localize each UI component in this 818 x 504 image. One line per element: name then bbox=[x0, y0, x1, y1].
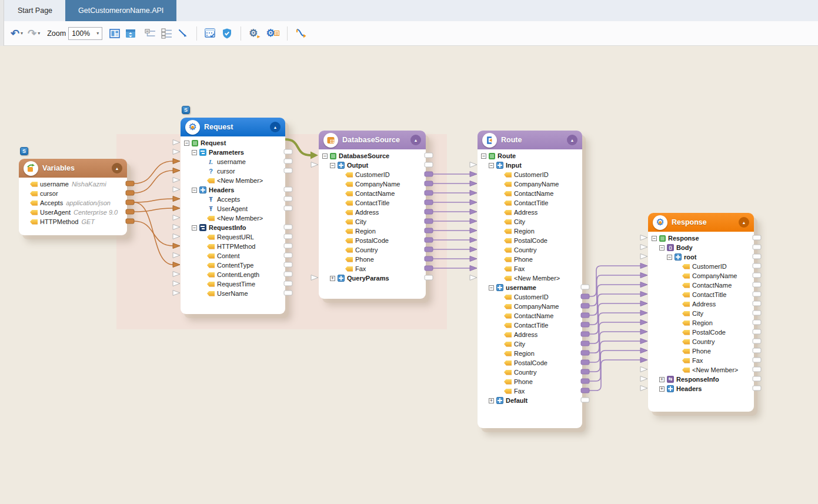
node-requesttime[interactable]: RequestTime bbox=[181, 279, 285, 289]
node-city[interactable]: City bbox=[478, 339, 582, 349]
undo-dropdown-caret[interactable]: ▾ bbox=[21, 31, 23, 36]
panel-header-response[interactable]: ⚙Response▲ bbox=[648, 213, 754, 232]
node-username[interactable]: UserName bbox=[181, 289, 285, 298]
fit-to-window-button[interactable] bbox=[125, 28, 136, 39]
run-dataflow-button[interactable]: ⚙ ▸ bbox=[249, 28, 258, 38]
panel-request[interactable]: ⚙Request▲S−Request−ParametersI.username?… bbox=[181, 118, 285, 314]
panel-route[interactable]: Route▲−Route−InputCustomerIDCompanyNameC… bbox=[478, 131, 582, 428]
node-headers[interactable]: +Headers bbox=[648, 384, 754, 393]
collapse-toggle[interactable]: − bbox=[489, 285, 494, 291]
node-contactname[interactable]: ContactName bbox=[478, 311, 582, 321]
node-postalcode[interactable]: PostalCode bbox=[319, 236, 426, 245]
node-body[interactable]: −{}Body bbox=[648, 243, 754, 252]
panel-databasesource[interactable]: DatabaseSource▲−DatabaseSource−OutputCus… bbox=[319, 131, 426, 299]
node-fax[interactable]: Fax bbox=[478, 264, 582, 273]
node-request[interactable]: −Request bbox=[181, 138, 285, 148]
node-customerid[interactable]: CustomerID bbox=[478, 292, 582, 302]
node-new-member[interactable]: <New Member> bbox=[478, 273, 582, 283]
node-useragent[interactable]: ŦUserAgent bbox=[181, 204, 285, 213]
node-responseinfo[interactable]: +⇆ResponseInfo bbox=[648, 375, 754, 384]
node-postalcode[interactable]: PostalCode bbox=[478, 358, 582, 368]
node-contenttype[interactable]: ContentType bbox=[181, 261, 285, 270]
collapse-toggle[interactable]: − bbox=[192, 150, 197, 155]
node-postalcode[interactable]: PostalCode bbox=[478, 236, 582, 245]
node-phone[interactable]: Phone bbox=[478, 377, 582, 386]
tab-start-page[interactable]: Start Page bbox=[5, 0, 65, 21]
expand-toggle[interactable]: + bbox=[659, 377, 665, 382]
collapse-panel-button[interactable]: ▲ bbox=[270, 122, 281, 132]
expand-all-button[interactable] bbox=[161, 28, 173, 39]
node-httpmethod[interactable]: HTTPMethodGET bbox=[19, 217, 127, 226]
undo-button[interactable]: ↶ ▾ bbox=[11, 28, 23, 39]
collapse-toggle[interactable]: − bbox=[652, 236, 657, 241]
node-contentlength[interactable]: ContentLength bbox=[181, 270, 285, 279]
expand-toggle[interactable]: + bbox=[489, 398, 494, 403]
node-cursor[interactable]: ?cursor bbox=[181, 166, 285, 176]
node-username[interactable]: usernameNishaKazmi bbox=[19, 179, 127, 189]
node-city[interactable]: City bbox=[648, 309, 754, 318]
node-databasesource[interactable]: −DatabaseSource bbox=[319, 151, 426, 161]
collapse-panel-button[interactable]: ▲ bbox=[112, 163, 122, 173]
node-contactname[interactable]: ContactName bbox=[319, 189, 426, 198]
tab-getcustomeronname-api[interactable]: GetCustomeronName.API bbox=[65, 0, 176, 21]
node-useragent[interactable]: UserAgentCenterprise 9.0 bbox=[19, 208, 127, 217]
node-content[interactable]: Content bbox=[181, 251, 285, 261]
redo-dropdown-caret[interactable]: ▾ bbox=[38, 31, 40, 36]
node-city[interactable]: City bbox=[478, 217, 582, 226]
node-default[interactable]: +Default bbox=[478, 396, 582, 405]
collapse-toggle[interactable]: − bbox=[659, 245, 665, 251]
node-phone[interactable]: Phone bbox=[648, 346, 754, 356]
dataflow-canvas[interactable]: Variables▲SusernameNishaKazmicursorAccep… bbox=[0, 46, 818, 504]
node-customerid[interactable]: CustomerID bbox=[319, 170, 426, 179]
collapse-toggle[interactable]: − bbox=[330, 163, 335, 168]
redo-button[interactable]: ↷ ▾ bbox=[28, 28, 40, 39]
node-queryparams[interactable]: +QueryParams bbox=[319, 273, 426, 283]
panel-header-request[interactable]: ⚙Request▲ bbox=[181, 118, 285, 136]
node-username[interactable]: I.username bbox=[181, 157, 285, 166]
node-address[interactable]: Address bbox=[478, 208, 582, 217]
node-companyname[interactable]: CompanyName bbox=[478, 179, 582, 189]
auto-layout-button[interactable] bbox=[109, 28, 121, 39]
node-requestinfo[interactable]: −RequestInfo bbox=[181, 223, 285, 232]
panel-response[interactable]: ⚙Response▲−Response−{}Body−rootCustomerI… bbox=[648, 213, 754, 412]
node-region[interactable]: Region bbox=[319, 226, 426, 236]
node-accepts[interactable]: ŦAccepts bbox=[181, 195, 285, 204]
expand-toggle[interactable]: + bbox=[659, 386, 665, 392]
panel-header-databasesource[interactable]: DatabaseSource▲ bbox=[319, 131, 426, 149]
node-new-member[interactable]: <New Member> bbox=[181, 176, 285, 185]
node-contacttitle[interactable]: ContactTitle bbox=[478, 321, 582, 330]
node-companyname[interactable]: CompanyName bbox=[648, 271, 754, 281]
collapse-panel-button[interactable]: ▲ bbox=[739, 217, 749, 228]
node-route[interactable]: −Route bbox=[478, 151, 582, 161]
node-root[interactable]: −root bbox=[648, 252, 754, 262]
node-fax[interactable]: Fax bbox=[648, 356, 754, 365]
collapse-panel-button[interactable]: ▲ bbox=[410, 135, 421, 145]
node-contacttitle[interactable]: ContactTitle bbox=[319, 198, 426, 208]
node-postalcode[interactable]: PostalCode bbox=[648, 328, 754, 337]
validate-flow-button[interactable] bbox=[221, 28, 233, 39]
zoom-select[interactable]: 100% ▾ bbox=[68, 27, 102, 40]
node-country[interactable]: Country bbox=[648, 337, 754, 346]
collapse-toggle[interactable]: − bbox=[184, 141, 189, 146]
node-new-member[interactable]: <New Member> bbox=[648, 365, 754, 375]
node-contacttitle[interactable]: ContactTitle bbox=[478, 198, 582, 208]
node-username[interactable]: −username bbox=[478, 283, 582, 292]
collapse-toggle[interactable]: − bbox=[192, 188, 197, 193]
node-httpmethod[interactable]: HTTPMethod bbox=[181, 242, 285, 251]
node-region[interactable]: Region bbox=[478, 226, 582, 236]
node-region[interactable]: Region bbox=[478, 349, 582, 358]
node-companyname[interactable]: CompanyName bbox=[319, 179, 426, 189]
node-address[interactable]: Address bbox=[478, 330, 582, 339]
node-phone[interactable]: Phone bbox=[319, 255, 426, 264]
expand-toggle[interactable]: + bbox=[330, 276, 335, 281]
node-headers[interactable]: −Headers bbox=[181, 185, 285, 195]
collapse-panel-button[interactable]: ▲ bbox=[567, 135, 577, 145]
collapse-toggle[interactable]: − bbox=[667, 255, 672, 260]
node-region[interactable]: Region bbox=[648, 318, 754, 328]
node-address[interactable]: Address bbox=[319, 208, 426, 217]
node-address[interactable]: Address bbox=[648, 299, 754, 309]
node-customerid[interactable]: CustomerID bbox=[478, 170, 582, 179]
node-country[interactable]: Country bbox=[319, 245, 426, 255]
preview-data-button[interactable] bbox=[205, 28, 216, 39]
node-requesturl[interactable]: RequestURL bbox=[181, 232, 285, 242]
